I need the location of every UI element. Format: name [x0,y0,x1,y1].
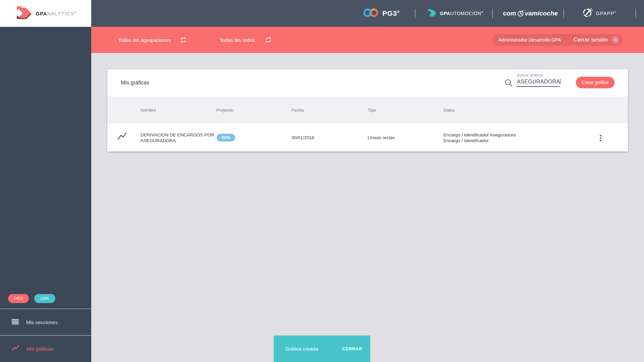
gpa-badge: GPA [34,294,55,303]
search-field: Buscar gráficas ASEGURADORA [517,73,560,87]
user-name: Administrador Desarrollo GPA [498,37,561,43]
filter-bar: Todas las agrupaciones Todas las redes A… [91,27,644,53]
user-session-pill: Administrador Desarrollo GPA Cerrar sesi… [492,34,623,46]
search-input[interactable]: ASEGURADORA [517,78,560,87]
pg3-badge: PG3 [8,294,29,303]
sidebar-item-label: Mis secciones [26,319,58,325]
line-chart-icon [12,345,19,353]
toast-close-button[interactable]: CERRAR [339,344,366,353]
networks-selector[interactable]: Todas las redes [220,27,255,53]
table-header: Nombre Proyecto Fecha Tipo Datos [107,97,628,123]
line-chart-icon [117,132,127,142]
logout-x-icon[interactable]: ✕ [612,36,619,44]
pg3-logo: PG3® [363,8,399,19]
gpapp-label: GPAPP [596,11,614,16]
groupings-selector[interactable]: Todas las agrupaciones [118,27,171,53]
comvamicoche-suffix: vamicoche [525,10,558,17]
logout-button[interactable]: Cerrar sesión [574,37,608,43]
table-row[interactable]: DERIVACION DE ENCARGOS POR ASEGURADORA G… [107,123,628,152]
column-header-nombre[interactable]: Nombre [141,108,156,113]
header-divider [636,9,636,18]
top-header: PG3® GPAUTOMOCIÓN® com [0,0,644,27]
gpautomocion-logo: GPAUTOMOCIÓN® [427,8,483,18]
column-header-tipo[interactable]: Tipo [368,108,376,113]
sidebar-badges: PG3 GPA [8,294,55,303]
row-menu-kebab-icon[interactable] [598,133,603,143]
create-graph-button[interactable]: Crear gráfica [576,77,614,88]
gpautomocion-arrow-icon [427,8,437,18]
sidebar-item-label: Mis gráficas [26,346,53,352]
sidebar: PG3 GPA Mis secciones Mis gráficas [0,27,91,362]
clock-icon [517,10,524,17]
toast-message: Gráfica creada [285,346,318,352]
swap-networks-icon[interactable] [265,36,272,45]
page-title: Mis gráficas [121,80,149,86]
pg3-label: PG3 [382,9,397,17]
column-header-datos[interactable]: Datos [443,108,455,113]
header-divider [415,9,415,18]
text-caret [560,79,561,84]
search-icon[interactable] [504,78,513,88]
sidebar-item-graficas[interactable]: Mis gráficas [0,336,91,362]
cell-tipo: Líneas rectas [368,135,395,140]
header-divider [564,9,564,18]
gpapp-logo: GPAPP® [582,7,616,19]
column-header-fecha[interactable]: Fecha [291,108,304,113]
toast-notification: Gráfica creada CERRAR [274,336,370,362]
graphs-card: Mis gráficas Buscar gráficas ASEGURADORA… [107,69,628,152]
search-field-label: Buscar gráficas [517,73,560,77]
column-header-proyecto[interactable]: Proyecto [216,108,233,113]
comvamicoche-prefix: com [503,10,516,17]
menu-list-icon [12,319,19,326]
comvamicoche-logo: com vamicoche [503,10,558,17]
pg3-infinity-icon [363,8,379,19]
gpanalytics-arrow-icon [15,6,32,21]
brand-strip: PG3® GPAUTOMOCIÓN® com [363,0,644,27]
app-logo: GPANALYTICS® [0,0,91,27]
wrench-circle-icon [582,7,593,19]
swap-groupings-icon[interactable] [179,36,187,45]
header-divider [492,9,493,18]
sidebar-item-secciones[interactable]: Mis secciones [0,309,91,336]
cell-nombre: DERIVACION DE ENCARGOS POR ASEGURADORA [141,132,218,143]
project-badge: GPA [217,134,235,141]
cell-fecha: 30/01/2018 [291,135,314,140]
cell-datos: Encargo / Identificador Aseguradora Enca… [443,132,516,143]
